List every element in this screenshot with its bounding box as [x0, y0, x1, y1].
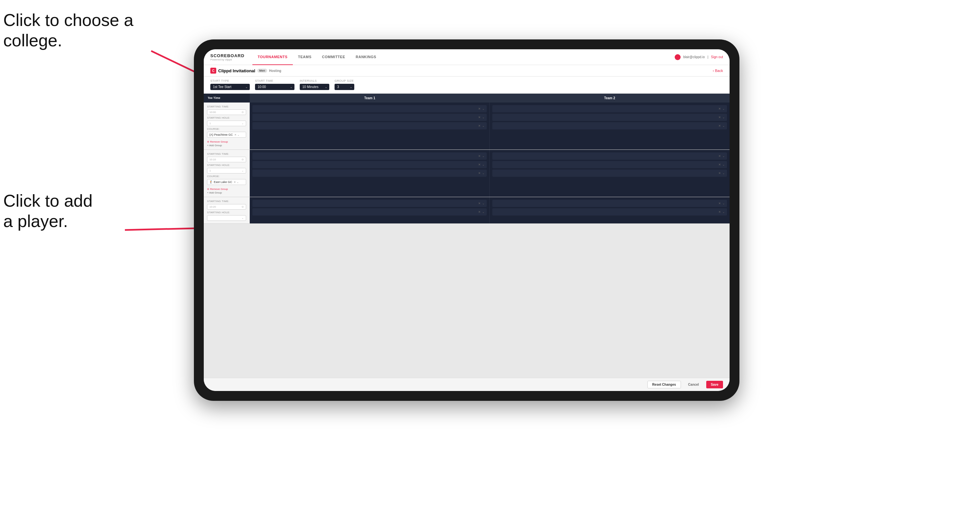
logo-text: SCOREBOARD	[210, 53, 245, 58]
tab-teams[interactable]: TEAMS	[293, 49, 317, 65]
group-left-2: STARTING TIME: 10:10⊙ STARTING HOLE: 1⌄ …	[204, 150, 250, 197]
close-icon[interactable]: ✕	[478, 124, 481, 127]
player-slot[interactable]: ✕ ⌄	[492, 208, 727, 216]
close-icon[interactable]: ✕	[718, 107, 721, 110]
tab-committee[interactable]: COMMITTEE	[317, 49, 351, 65]
player-slot[interactable]: ✕ ⌄	[252, 200, 487, 207]
close-icon[interactable]: ✕	[478, 171, 481, 175]
intervals-select-wrap: 10 Minutes	[300, 83, 329, 90]
close-icon[interactable]: ✕	[478, 202, 481, 205]
close-icon[interactable]: ✕	[718, 171, 721, 175]
close-icon[interactable]: ✕	[718, 210, 721, 214]
c-logo: C	[210, 68, 216, 74]
player-slot[interactable]: ✕ ⌄	[252, 105, 487, 113]
close-icon[interactable]: ✕	[718, 124, 721, 127]
player-slot[interactable]: ✕ ⌄	[252, 152, 487, 160]
tournament-title: C Clippd Invitational Men Hosting	[210, 68, 281, 74]
expand-icon[interactable]: ⌄	[482, 154, 485, 158]
starting-time-input-1[interactable]: 10:00⊙	[207, 110, 246, 115]
team1-cell-1: ✕ ⌄ ✕ ⌄ ✕ ⌄	[250, 103, 490, 149]
close-icon[interactable]: ✕	[478, 210, 481, 214]
expand-icon[interactable]: ⌄	[722, 116, 725, 119]
sign-out-link[interactable]: Sign out	[711, 55, 723, 59]
close-icon[interactable]: ✕	[718, 116, 721, 119]
reset-changes-button[interactable]: Reset Changes	[648, 381, 681, 388]
scroll-area[interactable]: STARTING TIME: 10:00⊙ STARTING HOLE: 1⌄ …	[204, 103, 730, 378]
player-slot[interactable]: ✕ ⌄	[252, 208, 487, 216]
expand-icon[interactable]: ⌄	[722, 202, 725, 205]
player-slot[interactable]: ✕ ⌄	[252, 114, 487, 121]
table-row: STARTING TIME: 10:10⊙ STARTING HOLE: 1⌄ …	[204, 150, 730, 197]
player-slot[interactable]: ✕ ⌄	[252, 161, 487, 168]
gender-badge: Men	[257, 69, 267, 73]
starting-time-input-3[interactable]: 10:20⊙	[207, 204, 246, 210]
start-type-select[interactable]: 1st Tee Start	[210, 84, 250, 90]
col-tee-time: Tee Time	[204, 94, 250, 103]
expand-icon[interactable]: ⌄	[722, 163, 725, 166]
group-size-select[interactable]: 3	[334, 84, 354, 90]
player-slot[interactable]: ✕ ⌄	[492, 122, 727, 129]
expand-icon[interactable]: ⌄	[722, 171, 725, 175]
player-slot[interactable]: ✕ ⌄	[492, 114, 727, 121]
add-group-btn-1[interactable]: + Add Group	[207, 144, 246, 147]
close-icon[interactable]: ✕	[478, 163, 481, 166]
starting-hole-input-1[interactable]: 1⌄	[207, 121, 246, 126]
start-type-select-wrap: 1st Tee Start	[210, 83, 250, 90]
course-tag-2[interactable]: 🏌 East Lake GC ✕ ⌄	[207, 179, 246, 185]
close-icon[interactable]: ✕	[718, 202, 721, 205]
expand-icon[interactable]: ⌄	[722, 210, 725, 214]
hosting-label: Hosting	[269, 69, 281, 73]
close-icon[interactable]: ✕	[718, 163, 721, 166]
expand-icon[interactable]: ⌄	[722, 154, 725, 158]
separator: |	[708, 55, 708, 59]
close-icon[interactable]: ✕	[478, 116, 481, 119]
remove-group-btn-2[interactable]: ⊖ Remove Group	[207, 187, 246, 190]
avatar	[675, 54, 681, 60]
remove-group-btn-1[interactable]: ⊖ Remove Group	[207, 140, 246, 143]
tab-rankings[interactable]: RANKINGS	[350, 49, 382, 65]
table-row: STARTING TIME: 10:20⊙ STARTING HOLE: ⌄ ✕…	[204, 197, 730, 224]
expand-icon[interactable]: ⌄	[482, 163, 485, 166]
intervals-select[interactable]: 10 Minutes	[300, 84, 329, 90]
starting-hole-label-3: STARTING HOLE:	[207, 211, 246, 214]
expand-icon[interactable]: ⌄	[482, 171, 485, 175]
starting-hole-input-3[interactable]: ⌄	[207, 215, 246, 221]
team2-cell-3: ✕ ⌄ ✕ ⌄	[490, 197, 730, 224]
expand-icon[interactable]: ⌄	[482, 202, 485, 205]
team1-cell-2: ✕ ⌄ ✕ ⌄ ✕ ⌄	[250, 150, 490, 197]
course-tag-1[interactable]: (A) Peachtree GC ✕ ⌄	[207, 132, 246, 138]
close-icon[interactable]: ✕	[478, 154, 481, 158]
expand-icon[interactable]: ⌄	[722, 124, 725, 127]
user-email: blair@clippd.io	[683, 55, 705, 59]
starting-hole-input-2[interactable]: 1⌄	[207, 168, 246, 173]
start-time-select-wrap: 10:00	[255, 83, 294, 90]
starting-time-input-2[interactable]: 10:10⊙	[207, 157, 246, 162]
expand-icon[interactable]: ⌄	[482, 107, 485, 110]
player-slot[interactable]: ✕ ⌄	[252, 170, 487, 177]
player-slot[interactable]: ✕ ⌄	[492, 105, 727, 113]
player-slot[interactable]: ✕ ⌄	[492, 170, 727, 177]
close-icon[interactable]: ✕	[478, 107, 481, 110]
back-button[interactable]: ‹ Back	[713, 69, 723, 73]
start-time-group: Start Time 10:00	[255, 79, 294, 90]
player-slot[interactable]: ✕ ⌄	[252, 122, 487, 129]
close-icon[interactable]: ✕	[718, 154, 721, 158]
col-team2: Team 2	[490, 94, 730, 103]
expand-icon[interactable]: ⌄	[482, 210, 485, 214]
expand-icon[interactable]: ⌄	[482, 116, 485, 119]
save-button[interactable]: Save	[706, 381, 723, 388]
player-slot[interactable]: ✕ ⌄	[492, 161, 727, 168]
annotation-line1: Click to choose a	[3, 11, 134, 30]
start-time-select[interactable]: 10:00	[255, 84, 294, 90]
add-group-btn-2[interactable]: + Add Group	[207, 191, 246, 194]
cancel-button[interactable]: Cancel	[684, 381, 704, 388]
expand-icon[interactable]: ⌄	[722, 107, 725, 110]
annotation-choose-college: Click to choose a college.	[3, 10, 134, 51]
expand-icon[interactable]: ⌄	[482, 124, 485, 127]
player-slot[interactable]: ✕ ⌄	[492, 200, 727, 207]
team2-cell-2: ✕ ⌄ ✕ ⌄ ✕ ⌄	[490, 150, 730, 197]
player-slot[interactable]: ✕ ⌄	[492, 152, 727, 160]
tab-tournaments[interactable]: TOURNAMENTS	[252, 49, 293, 65]
annotation-line2: college.	[3, 31, 62, 50]
app-footer: Reset Changes Cancel Save	[204, 378, 730, 391]
